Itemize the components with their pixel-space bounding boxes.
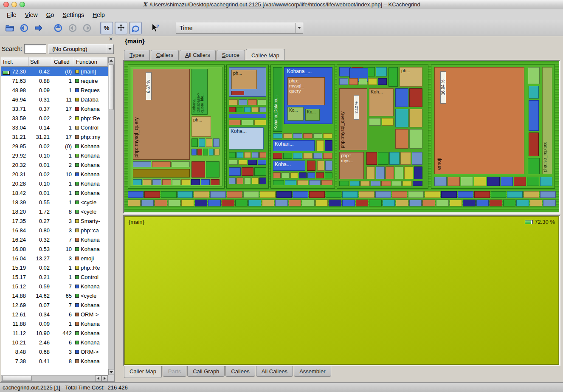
- tab-assembler[interactable]: Assembler: [294, 366, 331, 377]
- treemap-cell[interactable]: [516, 200, 529, 206]
- treemap-cell[interactable]: [289, 200, 301, 206]
- treemap-cell[interactable]: [529, 86, 539, 99]
- treemap-cell[interactable]: [400, 152, 411, 165]
- table-row[interactable]: 71.630.881require: [1, 76, 108, 85]
- treemap-cell[interactable]: [409, 129, 422, 149]
- tab-all-callees[interactable]: All Callees: [256, 366, 293, 377]
- treemap-cell[interactable]: [152, 161, 170, 167]
- treemap-cell[interactable]: [181, 179, 190, 185]
- table-row[interactable]: 18.390.551<cycle: [1, 197, 108, 207]
- treemap-cell[interactable]: [378, 78, 387, 85]
- table-row[interactable]: 8.480.683ORM->: [1, 347, 108, 356]
- treemap-cell[interactable]: [128, 191, 144, 198]
- table-row[interactable]: 12.690.077Kohana: [1, 300, 108, 310]
- treemap-cell[interactable]: [236, 178, 243, 184]
- treemap-cell[interactable]: [168, 200, 181, 206]
- table-row[interactable]: 29.920.101Kohana: [1, 151, 108, 160]
- treemap-cell[interactable]: [378, 152, 388, 165]
- treemap-cell[interactable]: [474, 177, 486, 186]
- treemap-cell[interactable]: [299, 172, 307, 178]
- treemap-cell[interactable]: [395, 88, 408, 107]
- treemap-cell[interactable]: Koha...: [229, 127, 264, 149]
- treemap-cell[interactable]: [325, 172, 332, 178]
- treemap-cell[interactable]: [191, 138, 198, 147]
- treemap-cell[interactable]: [302, 200, 315, 206]
- treemap-cell[interactable]: [206, 161, 220, 178]
- treemap-cell[interactable]: [229, 99, 238, 105]
- treemap-cell[interactable]: [507, 191, 523, 198]
- treemap-cell[interactable]: [350, 181, 360, 186]
- treemap-cell[interactable]: [128, 200, 141, 206]
- treemap-cell[interactable]: [248, 99, 257, 105]
- treemap-cell[interactable]: [303, 153, 312, 159]
- treemap-cell[interactable]: [325, 140, 332, 151]
- treemap-cell[interactable]: [172, 179, 181, 185]
- treemap-cell[interactable]: [425, 191, 440, 198]
- treemap-cell[interactable]: [242, 167, 253, 176]
- treemap-cell[interactable]: 2.12 %: [354, 95, 359, 120]
- treemap-cell[interactable]: [195, 200, 208, 206]
- treemap-cell[interactable]: 16.04 %: [440, 71, 446, 104]
- treemap-cell[interactable]: [307, 172, 315, 178]
- treemap-cell[interactable]: [303, 133, 312, 138]
- treemap-cell[interactable]: [315, 200, 328, 206]
- caller-map-root-cell[interactable]: {main} 72.30 %: [124, 216, 559, 365]
- table-row[interactable]: 16.0413.273emoji: [1, 254, 108, 263]
- treemap-cell[interactable]: [273, 180, 284, 185]
- treemap-cell[interactable]: [491, 191, 507, 198]
- treemap-cell[interactable]: [369, 200, 382, 206]
- treemap-cell[interactable]: [514, 177, 526, 186]
- treemap-cell[interactable]: [259, 178, 266, 184]
- treemap-cell[interactable]: [297, 180, 308, 185]
- treemap-cell[interactable]: [342, 191, 358, 198]
- treemap-cell[interactable]: [242, 120, 253, 125]
- treemap-cell[interactable]: [434, 67, 524, 174]
- tab-all-callers[interactable]: All Callers: [180, 50, 216, 60]
- treemap-cell[interactable]: [276, 191, 292, 198]
- tab-call-graph[interactable]: Call Graph: [187, 366, 225, 377]
- treemap-cell[interactable]: [258, 160, 267, 165]
- treemap-cell[interactable]: [293, 191, 308, 198]
- table-row[interactable]: 33.710.3717Kohana: [1, 104, 108, 113]
- treemap-cell[interactable]: [254, 120, 266, 125]
- treemap-cell[interactable]: [208, 200, 221, 206]
- treemap-cell[interactable]: [203, 149, 208, 155]
- treemap-cell[interactable]: [422, 200, 435, 206]
- treemap-cell[interactable]: [199, 138, 205, 147]
- treemap-cell[interactable]: [172, 161, 190, 167]
- table-row[interactable]: 72.300.42(0){main}: [1, 67, 108, 76]
- treemap-cell[interactable]: [408, 191, 424, 198]
- forward-button[interactable]: [32, 22, 45, 34]
- treemap-cell[interactable]: [214, 149, 220, 155]
- table-row[interactable]: 14.8814.6265<cycle: [1, 291, 108, 300]
- treemap-cell[interactable]: [529, 133, 539, 156]
- treemap-cell[interactable]: [368, 78, 377, 85]
- treemap-cell[interactable]: [181, 200, 194, 206]
- treemap-cell[interactable]: [395, 109, 408, 127]
- treemap-cell[interactable]: [143, 179, 152, 185]
- column-header-incl[interactable]: Incl.: [1, 57, 28, 67]
- treemap-cell[interactable]: [273, 133, 282, 138]
- treemap-cell[interactable]: [540, 191, 556, 198]
- treemap-cell[interactable]: [313, 133, 323, 138]
- treemap-cell[interactable]: [244, 107, 251, 112]
- table-row[interactable]: 16.840.803php::ca: [1, 226, 108, 235]
- scroll-down-button[interactable]: [108, 369, 114, 375]
- table-row[interactable]: 48.980.091Reques: [1, 85, 108, 95]
- treemap-cell[interactable]: [177, 191, 193, 198]
- treemap-cell[interactable]: [260, 191, 276, 198]
- treemap-cell[interactable]: [524, 191, 539, 198]
- treemap-cell[interactable]: [461, 177, 473, 186]
- table-row[interactable]: 33.040.141Control: [1, 123, 108, 132]
- table-row[interactable]: 11.1210.90442Kohana: [1, 328, 108, 338]
- treemap-cell[interactable]: [231, 91, 244, 95]
- treemap-cell[interactable]: [382, 118, 394, 126]
- treemap-cell[interactable]: [371, 181, 380, 186]
- cycle-detection-button[interactable]: [129, 22, 142, 34]
- treemap-cell[interactable]: [376, 166, 384, 179]
- treemap-cell[interactable]: [235, 200, 248, 206]
- tab-callees[interactable]: Callees: [225, 366, 255, 377]
- treemap-cell[interactable]: [209, 149, 214, 155]
- dock-close-icon[interactable]: ✕: [109, 37, 113, 42]
- treemap-cell[interactable]: Koh...: [369, 88, 394, 116]
